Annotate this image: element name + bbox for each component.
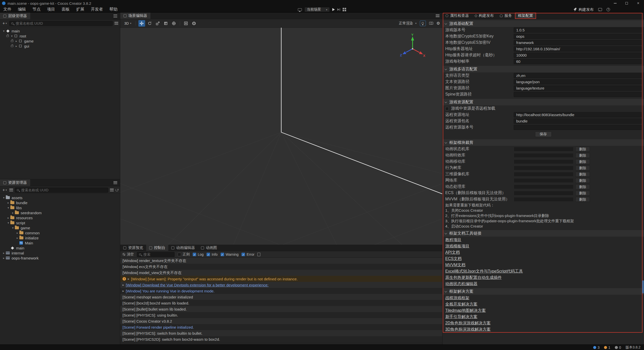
field-input[interactable] bbox=[514, 125, 642, 130]
menu-item[interactable]: 编辑 bbox=[15, 7, 29, 12]
doc-link[interactable]: 动画状态机编辑器 bbox=[445, 281, 477, 287]
rect-tool-button[interactable] bbox=[163, 20, 169, 27]
menu-item[interactable]: 节点 bbox=[29, 7, 44, 12]
add-asset-button[interactable]: +▾ bbox=[2, 188, 8, 192]
gizmo-snap-button[interactable] bbox=[171, 20, 177, 27]
camera-settings-icon[interactable] bbox=[429, 22, 433, 25]
log-count-badge[interactable]: 3 bbox=[593, 345, 599, 349]
doc-link[interactable]: 教程项目 bbox=[445, 237, 461, 243]
section-doc-links[interactable]: 框架文档工具链接 bbox=[442, 230, 644, 237]
inspector-tab[interactable]: 构建发布 bbox=[472, 13, 497, 19]
scene-viewport[interactable]: Y X Z bbox=[120, 28, 442, 245]
export-log-icon[interactable] bbox=[257, 253, 260, 256]
add-node-button[interactable]: +▾ bbox=[2, 21, 8, 26]
expand-arrow-icon[interactable]: ▸ bbox=[6, 216, 10, 220]
doc-link[interactable]: 原生包热更新配置自动生成插件 bbox=[445, 274, 502, 281]
hierarchy-node[interactable]: ▾ main bbox=[0, 28, 120, 33]
console-tab[interactable]: 资源预览 bbox=[120, 245, 146, 251]
step-button[interactable] bbox=[337, 8, 340, 11]
solution-link[interactable]: 3D角色扮演游戏解决方案 bbox=[445, 326, 491, 332]
expand-arrow-icon[interactable]: ▸ bbox=[14, 39, 18, 43]
field-input[interactable] bbox=[514, 59, 642, 64]
log-filter[interactable]: Warning bbox=[221, 252, 239, 256]
asset-node[interactable]: ▸ bundle bbox=[0, 200, 120, 205]
screenshot-icon[interactable] bbox=[598, 8, 602, 11]
assets-tab[interactable]: 资源管理器 bbox=[0, 179, 30, 186]
help-icon[interactable]: ? bbox=[607, 8, 610, 11]
console-line[interactable]: [Scene] [box2d]:box2d wasm lib loaded. bbox=[120, 300, 442, 306]
console-line[interactable]: [Window] model_view文件夹不存在 bbox=[120, 270, 442, 276]
close-button[interactable]: × bbox=[632, 0, 644, 7]
asset-node[interactable]: Main bbox=[0, 240, 120, 245]
solution-link[interactable]: 战棋游戏框架 bbox=[445, 295, 469, 301]
section-solutions[interactable]: 框架解决方案 bbox=[442, 288, 644, 295]
filter-icon[interactable] bbox=[114, 22, 118, 25]
asset-node[interactable]: ▸ oops-framework bbox=[0, 255, 120, 260]
asset-node[interactable]: ▾ script bbox=[0, 220, 120, 225]
module-delete-button[interactable]: 删除 bbox=[575, 184, 590, 189]
build-publish-button[interactable]: 构建发布 bbox=[574, 7, 594, 12]
filter-checkbox[interactable] bbox=[242, 253, 245, 256]
clear-console-button[interactable]: 清空 bbox=[123, 252, 134, 257]
inspector-tab[interactable]: 框架配置 bbox=[515, 13, 536, 19]
asset-node[interactable]: ▾ game bbox=[0, 225, 120, 230]
module-delete-button[interactable]: 删除 bbox=[575, 159, 590, 164]
menu-item[interactable]: 面板 bbox=[58, 7, 73, 12]
console-line[interactable]: [Window] render_texture文件夹不存在 bbox=[120, 258, 442, 264]
log-filter[interactable]: Log bbox=[193, 252, 204, 256]
expand-arrow-icon[interactable]: ▾ bbox=[10, 34, 14, 38]
console-line[interactable]: [Scene] [PHYSICS]: using builtin. bbox=[120, 312, 442, 318]
hierarchy-search-input[interactable] bbox=[15, 21, 111, 26]
gear-icon[interactable]: ⚙ bbox=[436, 21, 440, 25]
field-input[interactable] bbox=[514, 27, 642, 33]
expand-arrow-icon[interactable]: ▾ bbox=[6, 206, 10, 209]
console-line[interactable]: ▸ [Window] Download the Vue Devtools ext… bbox=[120, 282, 442, 288]
log-filter[interactable]: Error bbox=[242, 252, 254, 256]
field-input[interactable] bbox=[514, 73, 642, 78]
menu-item[interactable]: 项目 bbox=[44, 7, 58, 12]
sort-icon[interactable] bbox=[9, 189, 13, 191]
menu-item[interactable]: 文件 bbox=[0, 7, 15, 12]
console-line[interactable]: [Window] ecs文件夹不存在 bbox=[120, 264, 442, 270]
expand-arrow-icon[interactable]: ▾ bbox=[6, 221, 10, 225]
doc-link[interactable]: 游戏模板项目 bbox=[445, 243, 469, 249]
expand-arrow-icon[interactable]: ▾ bbox=[2, 196, 6, 199]
pivot-toggle-button[interactable] bbox=[183, 20, 189, 27]
error-count-badge[interactable]: 0 bbox=[615, 345, 621, 349]
scene-editor-tab[interactable]: 场景编辑器 bbox=[120, 13, 150, 19]
field-input[interactable] bbox=[514, 46, 642, 52]
field-input[interactable] bbox=[514, 40, 642, 45]
save-button[interactable]: 保存 bbox=[535, 132, 552, 137]
console-line[interactable]: [Scene] Forward render pipeline initiali… bbox=[120, 324, 442, 330]
expand-arrow-icon[interactable]: ▾ bbox=[2, 29, 6, 33]
doc-link[interactable]: ECS文档 bbox=[445, 255, 462, 262]
render-mode-dropdown[interactable]: 正常渲染 ▾ bbox=[399, 21, 417, 26]
field-input[interactable] bbox=[514, 92, 642, 97]
console-line[interactable]: [Scene] meshopt wasm decoder initialized bbox=[120, 294, 442, 300]
panel-menu-icon[interactable] bbox=[113, 15, 117, 17]
filter-checkbox[interactable] bbox=[207, 253, 210, 256]
console-search-input[interactable] bbox=[143, 252, 172, 257]
section-game-resource[interactable]: 游戏资源配置 bbox=[442, 99, 644, 105]
section-game-language[interactable]: 游戏多语言配置 bbox=[442, 66, 644, 72]
solution-link[interactable]: Tiledmap地图解决方案 bbox=[445, 307, 486, 314]
module-delete-button[interactable]: 删除 bbox=[575, 178, 590, 183]
menu-item[interactable]: 帮助 bbox=[106, 7, 121, 12]
module-delete-button[interactable]: 删除 bbox=[575, 191, 590, 196]
expand-arrow-icon[interactable]: ▸ bbox=[2, 256, 6, 260]
panel-menu-icon[interactable] bbox=[113, 181, 117, 184]
field-input[interactable] bbox=[514, 34, 642, 39]
console-line[interactable]: ▸ [Window] [Vue warn]: Property "onInput… bbox=[120, 276, 442, 282]
solution-link[interactable]: 2D角色扮演游戏解决方案 bbox=[445, 320, 491, 326]
module-delete-button[interactable]: 删除 bbox=[575, 172, 590, 177]
expand-arrow-icon[interactable]: ▸ bbox=[15, 236, 19, 240]
scrollbar-thumb[interactable] bbox=[642, 280, 644, 293]
lighting-toggle[interactable] bbox=[420, 21, 426, 26]
asset-node[interactable]: ▸ common bbox=[0, 230, 120, 235]
module-delete-button[interactable]: 删除 bbox=[575, 165, 590, 170]
scene-selector-dropdown[interactable]: 当前场景 ▾ bbox=[304, 7, 330, 12]
module-delete-button[interactable]: 删除 bbox=[575, 153, 590, 158]
module-delete-button[interactable]: 删除 bbox=[575, 197, 590, 202]
orientation-gizmo[interactable]: Y X Z bbox=[395, 33, 430, 63]
console-tab[interactable]: 动画图 bbox=[198, 245, 220, 251]
